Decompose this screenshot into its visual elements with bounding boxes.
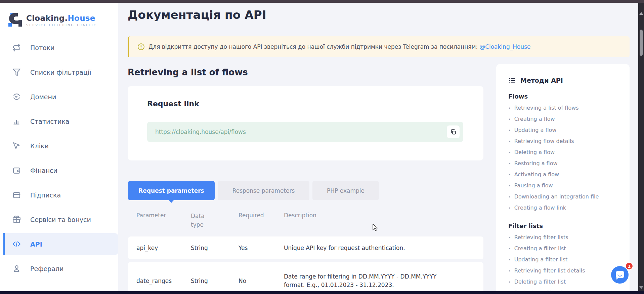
method-link[interactable]: Deleting a flow	[508, 147, 619, 158]
chat-unread-badge: 1	[625, 262, 633, 270]
method-link[interactable]: Activating a flow	[508, 169, 619, 180]
method-link[interactable]: Retrieving filter lists	[508, 232, 619, 243]
method-link[interactable]: Retrieving a list of flows	[508, 103, 619, 114]
cell-data-type: String	[191, 245, 239, 251]
methods-group-flows: Flows	[508, 93, 619, 100]
column-header-data-type: Data type	[191, 212, 239, 229]
sidebar-item-finances[interactable]: Фінанси	[0, 158, 118, 183]
methods-panel-header: Методи API	[508, 77, 619, 84]
tab-php-example[interactable]: PHP example	[312, 181, 379, 200]
main-content: Документація по API ! Для відкриття дост…	[118, 3, 638, 291]
sidebar-nav: Потоки Списки фільтрації Домени Статисти…	[0, 35, 118, 281]
sidebar-item-flows[interactable]: Потоки	[0, 35, 118, 60]
table-header-row: Parameter Data type Required Description	[136, 212, 492, 229]
person-icon	[12, 264, 21, 273]
page-title: Документація по API	[128, 8, 266, 22]
request-link-card: Request link https://cloaking.house/api/…	[128, 86, 483, 160]
logo-wordmark: Cloaking.House	[26, 14, 97, 23]
sidebar-item-referrals[interactable]: Реферали	[0, 256, 118, 281]
tab-request-parameters[interactable]: Request parameters	[128, 181, 215, 200]
window-top-edge	[0, 0, 644, 3]
cell-required: Yes	[239, 245, 284, 251]
copy-button[interactable]	[447, 125, 460, 138]
method-link[interactable]: Deleting a filter list	[508, 277, 619, 288]
flows-method-list: Retrieving a list of flows Creating a fl…	[508, 103, 619, 214]
wallet-icon	[12, 166, 21, 175]
logo[interactable]: Cloaking.House SERVICE FILTERING TRAFFIC	[0, 3, 118, 28]
mouse-cursor	[372, 224, 380, 233]
api-access-banner: ! Для відкриття доступу до нашого API зв…	[128, 36, 630, 57]
column-header-description: Description	[284, 212, 492, 229]
method-link[interactable]: Downloading an integration file	[508, 191, 619, 203]
column-header-required: Required	[239, 212, 284, 229]
parameter-tabs: Request parameters Response parameters P…	[128, 181, 379, 200]
sidebar-item-subscription[interactable]: Підписка	[0, 183, 118, 207]
method-link[interactable]: Creating a flow link	[508, 203, 619, 214]
gift-icon	[12, 215, 21, 224]
sidebar: Cloaking.House SERVICE FILTERING TRAFFIC…	[0, 3, 118, 291]
sidebar-item-filter-lists[interactable]: Списки фільтрації	[0, 60, 118, 84]
cell-parameter: api_key	[136, 245, 191, 251]
cell-description: Date range for filtering in DD.MM.YYYY -…	[284, 272, 459, 289]
banner-text: Для відкриття доступу до нашого API звер…	[148, 43, 530, 50]
copy-icon	[450, 129, 456, 135]
active-item-indicator	[3, 233, 5, 255]
window-bottom-edge	[0, 291, 644, 294]
domain-globe-icon	[12, 93, 21, 101]
tab-response-parameters[interactable]: Response parameters	[218, 181, 309, 200]
method-link[interactable]: Retrieving filter list details	[508, 265, 619, 277]
main-scrollbar[interactable]	[638, 3, 644, 291]
cell-description: Unique API key for request authenticatio…	[284, 244, 459, 252]
scrollbar-thumb[interactable]	[640, 30, 643, 56]
api-methods-panel: Методи API Flows Retrieving a list of fl…	[496, 64, 630, 294]
chat-bubble-icon	[616, 271, 624, 278]
active-tab-caret	[169, 200, 174, 203]
bar-chart-icon	[12, 117, 21, 125]
warning-icon: !	[138, 43, 144, 50]
method-link[interactable]: Creating a flow	[508, 114, 619, 125]
request-url: https://cloaking.house/api/flows	[155, 128, 246, 135]
method-link[interactable]: Retrieving flow details	[508, 136, 619, 147]
filter-lists-method-list: Retrieving filter lists Creating a filte…	[508, 232, 619, 294]
method-link[interactable]: Pausing a flow	[508, 180, 619, 191]
methods-group-filter-lists: Filter lists	[508, 222, 619, 229]
list-icon	[508, 77, 516, 84]
cursor-icon	[12, 142, 21, 150]
table-row: api_key String Yes Unique API key for re…	[128, 236, 483, 259]
repeat-icon	[12, 43, 21, 52]
table-row: date_ranges String No Date range for fil…	[128, 262, 483, 294]
method-link[interactable]: Updating a filter list	[508, 254, 619, 265]
sidebar-item-services-bonuses[interactable]: Сервіси та бонуси	[0, 207, 118, 232]
cell-data-type: String	[191, 278, 239, 284]
code-icon	[12, 240, 21, 248]
section-title: Retrieving a list of flows	[128, 67, 248, 77]
scroll-up-arrow[interactable]	[639, 12, 643, 15]
sidebar-item-statistics[interactable]: Статистика	[0, 109, 118, 134]
sidebar-item-domains[interactable]: Домени	[0, 84, 118, 109]
request-link-label: Request link	[147, 100, 199, 108]
cell-parameter: date_ranges	[136, 278, 191, 284]
column-header-parameter: Parameter	[136, 212, 191, 229]
scroll-down-arrow[interactable]	[639, 286, 643, 289]
funnel-icon	[12, 68, 21, 76]
telegram-link[interactable]: @Cloaking_House	[479, 43, 530, 50]
method-link[interactable]: Creating a filter list	[508, 243, 619, 254]
method-link[interactable]: Restoring a flow	[508, 158, 619, 169]
sidebar-item-api[interactable]: API	[0, 232, 118, 256]
cloaking-house-logo-icon	[8, 13, 23, 28]
method-link[interactable]: Updating a flow	[508, 125, 619, 136]
credit-card-icon	[12, 191, 21, 199]
sidebar-item-clicks[interactable]: Кліки	[0, 134, 118, 158]
cell-required: No	[239, 278, 284, 284]
logo-tagline: SERVICE FILTERING TRAFFIC	[26, 23, 97, 27]
request-url-field[interactable]: https://cloaking.house/api/flows	[147, 122, 463, 142]
